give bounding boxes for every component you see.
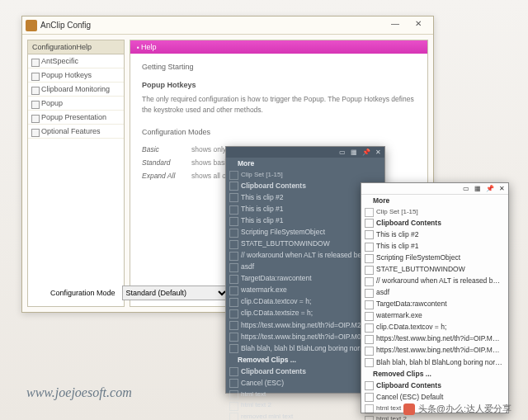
clipset-label[interactable]: Clip Set [1-15] [226,169,384,180]
watermark: www.joejoesoft.com [26,385,132,400]
close-icon[interactable]: ✕ [375,149,381,156]
tool-icon[interactable]: ▭ [463,185,469,192]
tool-icon[interactable]: ▦ [351,149,357,156]
footer-label: Configuration Mode [50,289,116,297]
popup-toolbar: ▭▦📌✕ [361,183,508,195]
mode-key: Basic [142,144,191,155]
cancel-button[interactable]: Cancel (ESC) Default [361,391,508,403]
tree-item[interactable]: Popup [28,97,124,111]
tool-icon[interactable]: ▭ [339,149,346,156]
clip-item[interactable]: This is clip #1 [361,241,508,252]
section-clipboard[interactable]: Clipboard Contents [361,217,508,229]
tree-header: ConfigurationHelp [28,40,124,54]
more-button[interactable]: More [226,158,384,169]
pin-icon[interactable]: 📌 [486,185,494,192]
modes-title: Configuration Modes [142,127,416,139]
clip-item[interactable]: TargetData:rawcontent [361,299,508,310]
byline: 头条@办么:达人爱分享 [403,403,512,415]
section-subtitle: Getting Starting [142,62,416,73]
window-title: AnClip Config [40,21,384,30]
clip-item[interactable]: This is clip #2 [361,229,508,240]
mode-key: Expand All [142,171,191,182]
help-heading: Popup Hotkeys [142,80,416,92]
titlebar: AnClip Config — ✕ [22,17,433,35]
nav-tree: ConfigurationHelp AntSpecific Popup Hotk… [27,40,125,307]
clip-item[interactable]: asdf [361,287,508,299]
tree-item[interactable]: AntSpecific [28,54,124,68]
tree-item[interactable]: Optional Features [28,125,124,139]
clip-item[interactable]: STATE_LBUTTONWINDOW [361,264,508,276]
tree-item[interactable]: Popup Hotkeys [28,68,124,83]
clip-item[interactable]: clip.CData.textcov = h; [361,322,508,333]
help-text: The only required configuration is how t… [142,94,416,116]
mode-key: Standard [142,158,191,168]
clip-item[interactable]: Scripting FileSystemObject [361,252,508,264]
app-icon [26,20,37,31]
tree-item[interactable]: Popup Presentation [28,111,124,125]
clip-item[interactable]: // workaround when ALT is released befor… [361,276,508,287]
popup-toolbar: ▭▦📌✕ [226,147,384,158]
close-button[interactable]: ✕ [407,19,430,32]
mode-select[interactable]: Standard (Default) [122,286,229,300]
close-icon[interactable]: ✕ [499,185,505,192]
clip-item[interactable]: https://test.www.bing.net/th?id=OIP.M006… [361,345,508,356]
removed-section[interactable]: Removed Clips ... [361,368,508,380]
minimize-button[interactable]: — [384,19,407,32]
section-clipboard[interactable]: Clipboard Contents [361,380,508,391]
pin-icon[interactable]: 📌 [362,149,370,156]
main-header: Help [130,40,427,54]
clip-item[interactable]: https://test.www.bing.net/th?id=OIP.M2A4… [361,333,508,345]
popup-light: ▭▦📌✕ More Clip Set [1-15] Clipboard Cont… [361,182,509,413]
more-button[interactable]: More [361,195,508,206]
clip-item[interactable]: Blah blah, blah bl BlahLong boring norma… [361,356,508,368]
tool-icon[interactable]: ▦ [474,185,481,192]
tree-item[interactable]: Clipboard Monitoring [28,83,124,97]
clipset-label[interactable]: Clip Set [1-15] [361,206,508,217]
clip-item[interactable]: watermark.exe [361,310,508,322]
